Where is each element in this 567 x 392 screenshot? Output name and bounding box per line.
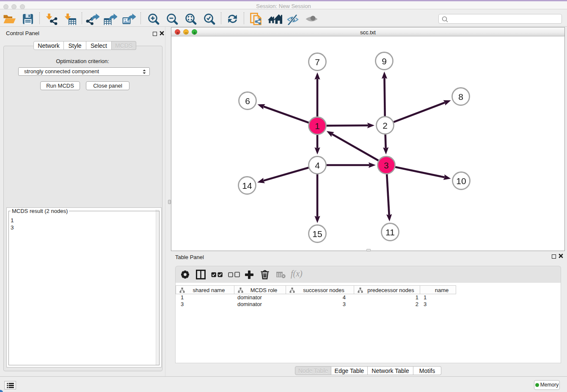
svg-text:14: 14 [242, 181, 252, 190]
svg-text:4: 4 [315, 160, 320, 170]
svg-text:6: 6 [245, 96, 250, 106]
svg-text:2: 2 [383, 121, 388, 130]
svg-text:10: 10 [456, 176, 466, 186]
svg-text:1: 1 [315, 121, 320, 131]
svg-text:3: 3 [384, 160, 389, 170]
svg-text:15: 15 [312, 229, 322, 239]
svg-text:7: 7 [315, 57, 320, 67]
svg-text:9: 9 [382, 56, 387, 66]
svg-text:11: 11 [385, 227, 395, 237]
svg-text:8: 8 [458, 92, 463, 102]
